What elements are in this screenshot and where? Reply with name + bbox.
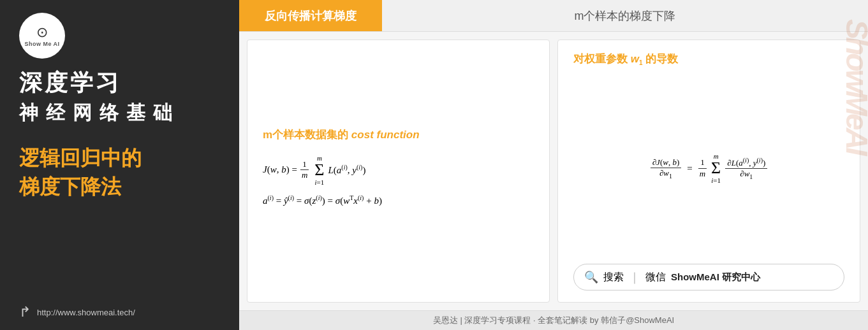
right-formula-container: ∂J(w, b) ∂w1 = 1 m m Σ i=1 ∂L(a(i), y(i)…: [573, 73, 844, 264]
panel-left-label: m个样本数据集的 cost function: [263, 127, 534, 143]
logo-text: Show Me AI: [24, 41, 59, 47]
sidebar-title-line1: 深度学习: [19, 68, 220, 98]
partial-J-w1: ∂J(w, b) ∂w1: [651, 157, 682, 180]
main-title-line2: 梯度下降法: [19, 173, 220, 201]
formula-1-L: L(a(i), y(i)): [328, 164, 365, 175]
panel-left-label-cn: m个样本数据集的: [263, 129, 348, 141]
tab-bar: 反向传播计算梯度 m个样本的梯度下降: [239, 0, 868, 32]
main-content: ShowMeAI 反向传播计算梯度 m个样本的梯度下降 m个样本数据集的 cos…: [239, 0, 868, 330]
panel-right-label-text: 对权重参数 w1 的导数: [573, 53, 678, 65]
search-label: 搜索: [603, 271, 624, 284]
panel-left-label-en: cost function: [351, 129, 420, 141]
frac-1m: 1 m: [300, 159, 309, 182]
search-divider: ｜: [629, 269, 640, 285]
formula-1-text: J(w, b) =: [263, 165, 297, 175]
sidebar-title-line2: 神经网络基础: [19, 99, 220, 126]
tab-active[interactable]: 反向传播计算梯度: [239, 0, 382, 31]
panel-right-label: 对权重参数 w1 的导数: [573, 52, 844, 66]
footer-text: 吴恩达 | 深度学习专项课程 · 全套笔记解读 by 韩信子@ShowMeAI: [433, 315, 674, 325]
content-area: m个样本数据集的 cost function J(w, b) = 1 m m Σ…: [239, 32, 868, 310]
formula-2-text: a(i) = ŷ(i) = σ(z(i)) = σ(wTx(i) + b): [263, 195, 382, 206]
sidebar-footer[interactable]: ↱ http://www.showmeai.tech/: [19, 304, 220, 320]
search-brand: ShowMeAI 研究中心: [671, 271, 760, 283]
panel-left: m个样本数据集的 cost function J(w, b) = 1 m m Σ…: [247, 39, 550, 303]
equals-sign: =: [687, 163, 692, 174]
sidebar: ⊙ Show Me AI 深度学习 神经网络基础 逻辑回归中的 梯度下降法 ↱ …: [0, 0, 239, 330]
right-frac-1m: 1 m: [698, 157, 707, 180]
sum-symbol: m Σ i=1: [314, 154, 324, 186]
panel-right: 对权重参数 w1 的导数 ∂J(w, b) ∂w1 = 1 m m Σ i=1: [557, 39, 860, 303]
wechat-label: 微信: [645, 271, 666, 284]
main-footer: 吴恩达 | 深度学习专项课程 · 全套笔记解读 by 韩信子@ShowMeAI: [239, 310, 868, 330]
cursor-icon: ↱: [19, 304, 31, 320]
logo-area: ⊙ Show Me AI: [19, 13, 220, 59]
right-sum: m Σ i=1: [711, 152, 721, 184]
search-icon: 🔍: [584, 270, 598, 284]
logo-circle: ⊙ Show Me AI: [19, 13, 65, 59]
search-bar[interactable]: 🔍 搜索 ｜ 微信 ShowMeAI 研究中心: [573, 264, 844, 291]
main-title-line1: 逻辑回归中的: [19, 144, 220, 173]
formula-2: a(i) = ŷ(i) = σ(z(i)) = σ(wTx(i) + b): [263, 195, 534, 206]
partial-L-w1: ∂L(a(i), y(i)) ∂w1: [725, 157, 767, 180]
sidebar-main-title: 逻辑回归中的 梯度下降法: [19, 144, 220, 201]
tab-inactive[interactable]: m个样本的梯度下降: [382, 0, 868, 31]
footer-url: http://www.showmeai.tech/: [37, 308, 135, 317]
formula-1: J(w, b) = 1 m m Σ i=1 L(a(i), y(i)): [263, 154, 534, 186]
logo-icon: ⊙: [36, 24, 48, 41]
